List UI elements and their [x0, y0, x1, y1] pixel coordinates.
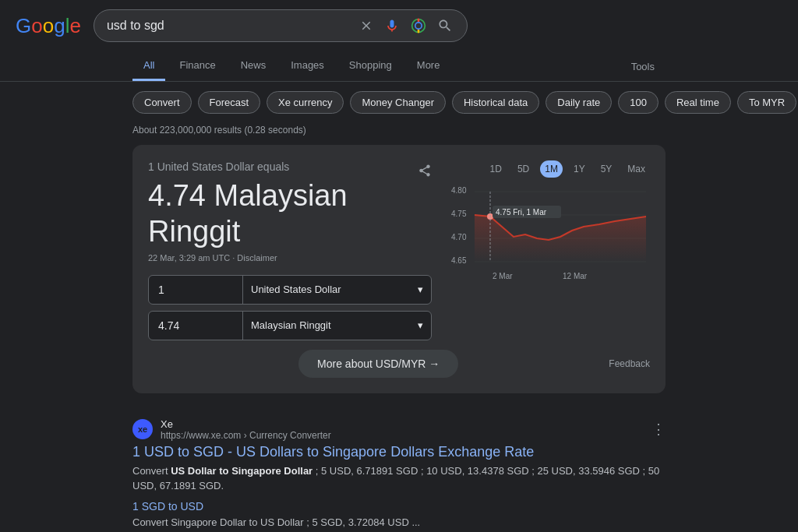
time-btn-max[interactable]: Max — [623, 160, 650, 178]
tab-more[interactable]: More — [406, 51, 451, 81]
from-currency-select[interactable]: United States Dollar ▾ — [243, 276, 431, 303]
svg-point-1 — [415, 23, 422, 29]
chart-time-buttons: 1D 5D 1M 1Y 5Y Max — [447, 160, 650, 178]
google-logo: Google — [16, 14, 81, 38]
result-favicon-xe: xe — [132, 419, 153, 439]
more-about-button[interactable]: More about USD/MYR → — [298, 350, 458, 378]
chip-money-changer[interactable]: Money Changer — [350, 91, 446, 114]
chip-forecast[interactable]: Forecast — [198, 91, 261, 114]
time-btn-1y[interactable]: 1Y — [569, 160, 590, 178]
search-button[interactable] — [436, 16, 454, 35]
tab-news[interactable]: News — [230, 51, 277, 81]
result-site-name-xe: Xe — [161, 418, 331, 430]
result-menu-xe[interactable]: ⋮ — [651, 421, 666, 438]
search-icons — [358, 16, 454, 35]
result-url-xe: https://www.xe.com › Currency Converter — [161, 430, 331, 441]
results-count: About 223,000,000 results (0.28 seconds) — [0, 123, 798, 145]
lens-button[interactable] — [409, 16, 428, 35]
currency-widget: 1 United States Dollar equals 4.74 Malay… — [132, 145, 666, 393]
currency-left: 1 United States Dollar equals 4.74 Malay… — [148, 160, 432, 340]
clear-button[interactable] — [358, 17, 375, 34]
tools-button[interactable]: Tools — [620, 53, 666, 80]
currency-inputs: United States Dollar ▾ Malaysian Ringgit… — [148, 275, 432, 340]
chart-tooltip-text: 4.75 Fri, 1 Mar — [496, 208, 547, 217]
chip-daily-rate[interactable]: Daily rate — [546, 91, 612, 114]
from-currency-row: United States Dollar ▾ — [148, 275, 432, 305]
svg-text:2 Mar: 2 Mar — [493, 272, 513, 280]
currency-rate: 4.74 Malaysian — [148, 180, 432, 213]
voice-search-button[interactable] — [383, 16, 401, 35]
to-currency-row: Malaysian Ringgit ▾ — [148, 311, 432, 340]
result-sub-link-sgd-usd[interactable]: 1 SGD to USD — [132, 500, 666, 513]
result-item-xe: xe Xe https://www.xe.com › Currency Conv… — [132, 418, 666, 532]
tab-all[interactable]: All — [132, 51, 165, 81]
svg-text:4.80: 4.80 — [451, 186, 467, 195]
search-results: xe Xe https://www.xe.com › Currency Conv… — [132, 418, 666, 532]
equals-text: 1 United States Dollar equals — [148, 160, 289, 173]
nav-tabs: All Finance News Images Shopping More To… — [0, 51, 798, 82]
svg-rect-3 — [418, 30, 420, 33]
time-btn-5d[interactable]: 5D — [513, 160, 534, 178]
time-btn-1d[interactable]: 1D — [486, 160, 507, 178]
chip-convert[interactable]: Convert — [132, 91, 192, 114]
currency-rate-sub: Ringgit — [148, 216, 432, 248]
to-amount-input[interactable] — [149, 312, 242, 340]
chart-container: 4.80 4.75 4.70 4.65 2 Mar 12 Mar — [447, 184, 650, 285]
filter-chips: Convert Forecast Xe currency Money Chang… — [0, 82, 798, 123]
currency-chart-section: 1D 5D 1M 1Y 5Y Max 4.80 4.75 4.70 4.65 — [447, 160, 650, 340]
main-content: 1 United States Dollar equals 4.74 Malay… — [0, 145, 798, 532]
disclaimer-link[interactable]: Disclaimer — [237, 253, 277, 262]
result-source-xe: xe Xe https://www.xe.com › Currency Conv… — [132, 418, 666, 441]
search-input[interactable] — [107, 19, 350, 33]
result-title-xe[interactable]: 1 USD to SGD - US Dollars to Singapore D… — [132, 444, 666, 460]
tab-images[interactable]: Images — [280, 51, 335, 81]
currency-chart: 4.80 4.75 4.70 4.65 2 Mar 12 Mar — [447, 184, 650, 285]
svg-text:4.70: 4.70 — [451, 233, 467, 241]
svg-text:4.75: 4.75 — [451, 210, 467, 218]
chart-area — [475, 215, 646, 262]
search-bar[interactable] — [94, 9, 468, 42]
svg-text:4.65: 4.65 — [451, 256, 467, 265]
chip-real-time[interactable]: Real time — [665, 91, 731, 114]
svg-text:12 Mar: 12 Mar — [563, 272, 588, 280]
result-source-info-xe: Xe https://www.xe.com › Currency Convert… — [161, 418, 331, 441]
tab-finance[interactable]: Finance — [168, 51, 226, 81]
chip-100[interactable]: 100 — [618, 91, 659, 114]
share-button[interactable] — [418, 164, 432, 180]
more-about-row: More about USD/MYR → Feedback — [148, 350, 650, 378]
result-sub-snippet-sgd-usd: Convert Singapore Dollar to US Dollar ; … — [132, 515, 666, 530]
time-btn-1m[interactable]: 1M — [540, 160, 563, 178]
chip-to-myr[interactable]: To MYR — [737, 91, 796, 114]
chip-xe-currency[interactable]: Xe currency — [267, 91, 344, 114]
header: Google — [0, 0, 798, 51]
from-amount-input[interactable] — [149, 276, 242, 304]
svg-rect-2 — [418, 19, 420, 22]
to-currency-select[interactable]: Malaysian Ringgit ▾ — [243, 312, 431, 339]
timestamp: 22 Mar, 3:29 am UTC · Disclaimer — [148, 253, 432, 262]
time-btn-5y[interactable]: 5Y — [596, 160, 617, 178]
chip-historical-data[interactable]: Historical data — [452, 91, 539, 114]
feedback-link[interactable]: Feedback — [609, 358, 650, 369]
result-snippet-xe: Convert US Dollar to Singapore Dollar ; … — [132, 463, 666, 494]
tab-shopping[interactable]: Shopping — [338, 51, 403, 81]
